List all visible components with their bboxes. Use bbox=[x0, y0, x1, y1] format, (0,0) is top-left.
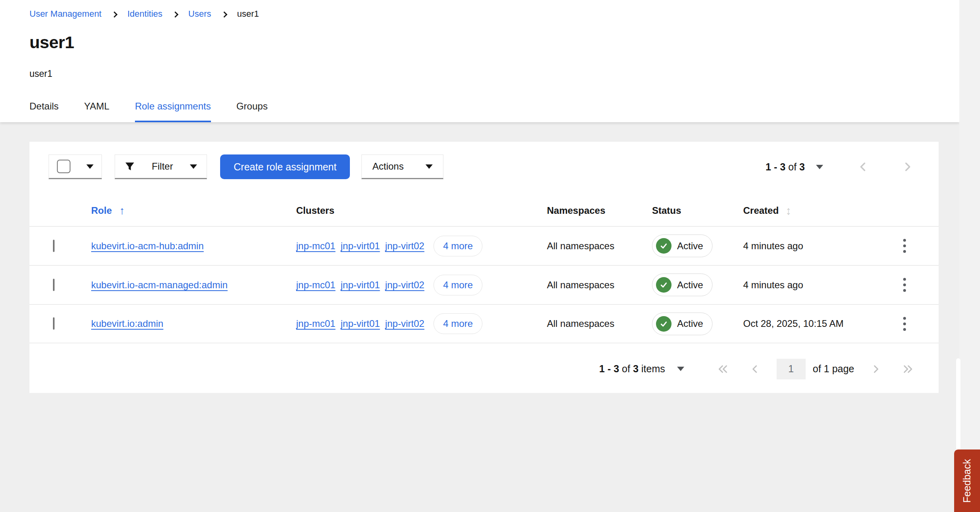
filter-icon bbox=[125, 161, 135, 172]
created-cell: 4 minutes ago bbox=[743, 240, 889, 252]
tabs: Details YAML Role assignments Groups bbox=[29, 101, 267, 122]
namespaces-cell: All namespaces bbox=[547, 318, 652, 329]
angle-double-right-icon bbox=[908, 366, 912, 372]
cluster-link[interactable]: jnp-virt02 bbox=[385, 279, 424, 291]
pagination-top-prev-button[interactable] bbox=[858, 161, 868, 172]
next-page-button[interactable] bbox=[872, 363, 880, 375]
row-kebab-menu[interactable] bbox=[899, 274, 910, 296]
pagination-bottom: 1 - 3 of 3 items of 1 page bbox=[29, 343, 939, 395]
angle-left-icon bbox=[753, 366, 756, 372]
table-row: kubevirt.io:admin jnp-mc01 jnp-virt01 jn… bbox=[29, 304, 939, 343]
breadcrumb-link-identities[interactable]: Identities bbox=[127, 9, 162, 19]
check-circle-icon bbox=[656, 277, 672, 293]
role-link[interactable]: kubevirt.io-acm-managed:admin bbox=[91, 279, 228, 290]
column-header-role[interactable]: Role ↑ bbox=[91, 205, 296, 217]
page-subtitle: user1 bbox=[29, 68, 53, 79]
last-page-button[interactable] bbox=[901, 363, 915, 375]
select-all-checkbox[interactable] bbox=[57, 160, 70, 173]
column-header-status: Status bbox=[652, 205, 743, 216]
cluster-link[interactable]: jnp-virt02 bbox=[385, 240, 424, 252]
more-clusters-pill[interactable]: 4 more bbox=[433, 236, 482, 256]
page-title: user1 bbox=[29, 33, 74, 52]
tab-details[interactable]: Details bbox=[29, 101, 59, 122]
bulk-select-toggle[interactable] bbox=[49, 154, 102, 179]
scrollbar-track bbox=[959, 0, 980, 512]
caret-down-icon bbox=[190, 164, 197, 169]
check-circle-icon bbox=[656, 238, 672, 254]
page-of-label: of 1 page bbox=[813, 363, 854, 375]
status-badge: Active bbox=[652, 313, 713, 335]
previous-page-button[interactable] bbox=[750, 363, 759, 375]
pagination-top: 1 - 3 of 3 bbox=[765, 161, 912, 173]
cluster-link[interactable]: jnp-mc01 bbox=[296, 240, 336, 252]
pagination-bottom-range: 1 - 3 bbox=[599, 363, 619, 374]
row-checkbox[interactable] bbox=[53, 240, 55, 252]
sort-ascending-icon: ↑ bbox=[119, 205, 125, 217]
pagination-bottom-of: of bbox=[622, 363, 630, 374]
sort-both-icon: ↕ bbox=[785, 204, 791, 217]
cluster-link[interactable]: jnp-virt01 bbox=[341, 318, 380, 329]
status-badge: Active bbox=[652, 235, 713, 257]
chevron-right-icon bbox=[111, 11, 118, 18]
created-header-label: Created bbox=[743, 205, 779, 216]
namespaces-cell: All namespaces bbox=[547, 240, 652, 252]
role-link[interactable]: kubevirt.io-acm-hub:admin bbox=[91, 240, 204, 251]
cluster-link[interactable]: jnp-virt02 bbox=[385, 318, 424, 329]
pagination-bottom-nav: of 1 page bbox=[716, 359, 915, 379]
created-cell: 4 minutes ago bbox=[743, 279, 889, 291]
pagination-bottom-summary: 1 - 3 of 3 items bbox=[599, 363, 665, 375]
angle-left-icon bbox=[861, 163, 865, 170]
column-header-created[interactable]: Created ↕ bbox=[743, 204, 889, 217]
breadcrumb-link-user-management[interactable]: User Management bbox=[29, 9, 102, 19]
row-kebab-menu[interactable] bbox=[899, 235, 910, 257]
pagination-top-summary: 1 - 3 of 3 bbox=[765, 161, 805, 173]
column-header-namespaces: Namespaces bbox=[547, 205, 652, 216]
first-page-button[interactable] bbox=[716, 363, 730, 375]
feedback-button[interactable]: Feedback bbox=[954, 449, 980, 512]
angle-right-icon bbox=[906, 163, 910, 170]
pagination-top-menu-caret-icon[interactable] bbox=[816, 165, 823, 169]
table-toolbar: Filter Create role assignment Actions 1 … bbox=[29, 142, 939, 179]
status-badge: Active bbox=[652, 274, 713, 296]
row-kebab-menu[interactable] bbox=[899, 313, 910, 335]
role-assignments-card: Filter Create role assignment Actions 1 … bbox=[29, 142, 939, 393]
tab-groups[interactable]: Groups bbox=[236, 101, 268, 122]
namespaces-cell: All namespaces bbox=[547, 279, 652, 291]
row-checkbox[interactable] bbox=[53, 279, 55, 291]
angle-double-left-icon bbox=[723, 366, 726, 372]
table-header-row: Role ↑ Clusters Namespaces Status Create… bbox=[29, 195, 939, 226]
create-role-assignment-button[interactable]: Create role assignment bbox=[220, 154, 350, 179]
check-circle-icon bbox=[656, 316, 672, 332]
cluster-link[interactable]: jnp-virt01 bbox=[341, 279, 380, 291]
tab-yaml[interactable]: YAML bbox=[84, 101, 109, 122]
current-page-input[interactable] bbox=[777, 359, 806, 379]
tab-role-assignments[interactable]: Role assignments bbox=[135, 101, 211, 122]
table-row: kubevirt.io-acm-managed:admin jnp-mc01 j… bbox=[29, 265, 939, 304]
breadcrumb-current: user1 bbox=[237, 9, 259, 19]
table-row: kubevirt.io-acm-hub:admin jnp-mc01 jnp-v… bbox=[29, 226, 939, 265]
main-content-area: Filter Create role assignment Actions 1 … bbox=[0, 122, 959, 512]
pagination-bottom-items: items bbox=[641, 363, 665, 374]
filter-dropdown[interactable]: Filter bbox=[115, 154, 207, 179]
role-link[interactable]: kubevirt.io:admin bbox=[91, 318, 163, 329]
clusters-cell: jnp-mc01 jnp-virt01 jnp-virt02 4 more bbox=[296, 236, 547, 256]
pagination-top-total: 3 bbox=[799, 161, 805, 172]
cluster-link[interactable]: jnp-virt01 bbox=[341, 240, 380, 252]
row-checkbox[interactable] bbox=[53, 317, 55, 330]
column-header-clusters: Clusters bbox=[296, 205, 547, 216]
more-clusters-pill[interactable]: 4 more bbox=[433, 313, 482, 334]
status-label: Active bbox=[677, 318, 703, 329]
breadcrumb-link-users[interactable]: Users bbox=[188, 9, 211, 19]
pagination-bottom-menu-caret-icon[interactable] bbox=[677, 367, 684, 371]
more-clusters-pill[interactable]: 4 more bbox=[433, 275, 482, 295]
cluster-link[interactable]: jnp-mc01 bbox=[296, 318, 336, 329]
cluster-link[interactable]: jnp-mc01 bbox=[296, 279, 336, 291]
pagination-top-of: of bbox=[788, 161, 796, 172]
page-header: User Management Identities Users user1 u… bbox=[0, 0, 959, 122]
created-cell: Oct 28, 2025, 10:15 AM bbox=[743, 318, 889, 329]
clusters-cell: jnp-mc01 jnp-virt01 jnp-virt02 4 more bbox=[296, 313, 547, 334]
actions-dropdown[interactable]: Actions bbox=[361, 154, 443, 179]
pagination-top-next-button[interactable] bbox=[903, 161, 912, 172]
filter-label: Filter bbox=[152, 161, 173, 172]
pagination-bottom-total: 3 bbox=[633, 363, 638, 374]
